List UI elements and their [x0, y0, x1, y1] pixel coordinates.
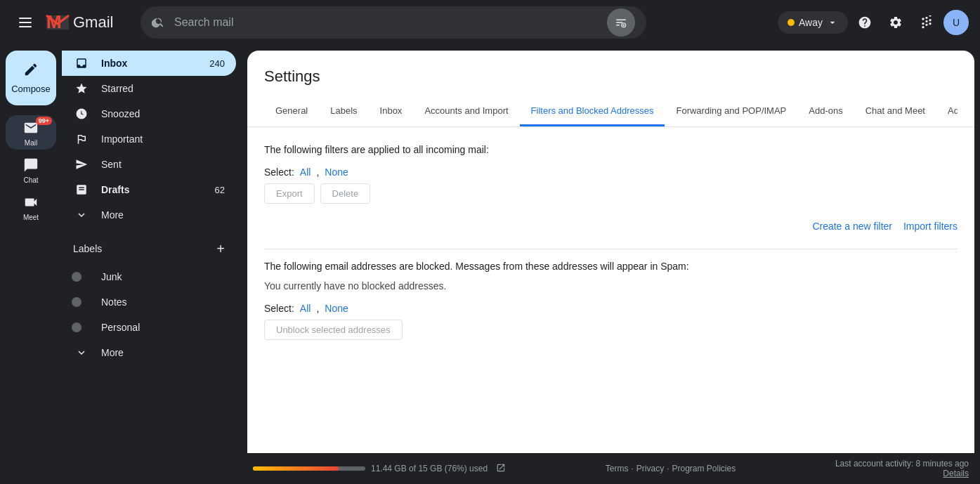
filters-select-row: Select: All , None	[264, 166, 958, 178]
nav-label-junk[interactable]: Junk	[62, 264, 236, 289]
avatar[interactable]: U	[943, 10, 969, 35]
dot2: ·	[667, 464, 669, 473]
starred-icon	[73, 80, 90, 97]
sidebar-item-meet[interactable]: Meet	[6, 190, 56, 224]
snoozed-label: Snoozed	[101, 108, 225, 119]
sidebar: Compose 99+ Mail Chat Meet	[0, 45, 62, 484]
mail-badge: 99+	[36, 117, 52, 125]
settings-tabs: General Labels Inbox Accounts and Import…	[264, 97, 958, 126]
status-pill[interactable]: Away	[778, 11, 848, 34]
nav-labels-more[interactable]: More	[62, 340, 236, 365]
dot1: ·	[631, 464, 633, 473]
terms-link[interactable]: Terms	[606, 464, 629, 473]
apps-button[interactable]	[913, 8, 941, 37]
nav-more[interactable]: More	[62, 202, 236, 228]
topbar-right: Away U	[778, 8, 969, 37]
tab-advanced[interactable]: Advanced	[936, 97, 958, 126]
export-button[interactable]: Export	[264, 183, 315, 204]
sent-label: Sent	[101, 159, 225, 170]
nav-label-personal[interactable]: Personal	[62, 315, 236, 340]
footer-activity: Last account activity: 8 minutes ago Det…	[835, 459, 969, 478]
nav-starred[interactable]: Starred	[62, 76, 236, 101]
nav-drafts[interactable]: Drafts 62	[62, 177, 236, 202]
sidebar-item-chat[interactable]: Chat	[6, 152, 56, 187]
search-input[interactable]	[174, 16, 599, 29]
settings-title: Settings	[264, 67, 958, 86]
compose-label: Compose	[11, 84, 51, 94]
settings-button[interactable]	[882, 8, 910, 37]
settings-body: The following filters are applied to all…	[247, 127, 974, 453]
status-label: Away	[799, 17, 823, 28]
details-link[interactable]: Details	[943, 469, 969, 478]
app-name: Gmail	[73, 13, 113, 32]
labels-section-header: Labels +	[62, 233, 242, 264]
tab-inbox[interactable]: Inbox	[369, 97, 414, 126]
hamburger-button[interactable]	[11, 8, 39, 37]
filters-select-sep: ,	[316, 166, 319, 178]
nav-important[interactable]: Important	[62, 126, 236, 152]
delete-button[interactable]: Delete	[320, 183, 371, 204]
settings-header: Settings General Labels Inbox Accounts a…	[247, 51, 974, 127]
storage-bar	[253, 466, 365, 471]
blocked-heading: The following email addresses are blocke…	[264, 261, 958, 272]
help-button[interactable]	[851, 8, 879, 37]
sidebar-item-meet-label: Meet	[23, 214, 39, 221]
more-icon	[73, 207, 90, 223]
personal-label: Personal	[101, 322, 225, 333]
add-label-button[interactable]: +	[211, 239, 230, 259]
inbox-label: Inbox	[101, 58, 209, 69]
activity-text: Last account activity: 8 minutes ago	[835, 459, 969, 469]
sidebar-item-mail[interactable]: 99+ Mail	[6, 115, 56, 150]
filter-links: Create a new filter Import filters	[264, 221, 958, 232]
search-bar[interactable]	[141, 6, 646, 39]
filters-select-label: Select:	[264, 166, 294, 178]
main-layout: Compose 99+ Mail Chat Meet	[0, 45, 980, 484]
tab-general[interactable]: General	[264, 97, 319, 126]
no-blocked-msg: You currently have no blocked addresses.	[264, 280, 958, 292]
important-icon	[73, 131, 90, 148]
storage-external-icon[interactable]	[496, 463, 506, 475]
filters-select-all[interactable]: All	[300, 166, 311, 178]
compose-button[interactable]: Compose	[6, 51, 56, 105]
blocked-select-all[interactable]: All	[300, 303, 311, 314]
create-filter-link[interactable]: Create a new filter	[812, 221, 892, 232]
storage-section: 11.44 GB of 15 GB (76%) used	[253, 463, 506, 475]
blocked-select-label: Select:	[264, 303, 294, 314]
snoozed-icon	[73, 105, 90, 122]
blocked-select-none[interactable]: None	[325, 303, 348, 314]
unblock-button[interactable]: Unblock selected addresses	[264, 320, 403, 340]
personal-label-icon	[73, 319, 90, 336]
compose-icon	[23, 62, 39, 79]
junk-label: Junk	[101, 271, 225, 282]
blocked-btn-row: Unblock selected addresses	[264, 320, 958, 340]
filters-btn-row: Export Delete	[264, 183, 958, 204]
footer: 11.44 GB of 15 GB (76%) used Terms · Pri…	[242, 453, 980, 484]
import-filters-link[interactable]: Import filters	[903, 221, 958, 232]
search-options-button[interactable]	[607, 8, 635, 37]
content-area: Settings General Labels Inbox Accounts a…	[242, 45, 980, 484]
blocked-select-sep: ,	[316, 303, 319, 314]
privacy-link[interactable]: Privacy	[636, 464, 664, 473]
labels-more-icon	[73, 344, 90, 361]
nav-snoozed[interactable]: Snoozed	[62, 101, 236, 126]
tab-chat[interactable]: Chat and Meet	[854, 97, 936, 126]
footer-links: Terms · Privacy · Program Policies	[506, 464, 835, 473]
policies-link[interactable]: Program Policies	[672, 464, 736, 473]
blocked-select-row: Select: All , None	[264, 303, 958, 314]
nav-inbox[interactable]: Inbox 240	[62, 51, 236, 76]
drafts-icon	[73, 181, 90, 198]
tab-labels[interactable]: Labels	[319, 97, 368, 126]
drafts-label: Drafts	[101, 184, 215, 195]
filters-select-none[interactable]: None	[325, 166, 348, 178]
drafts-count: 62	[215, 185, 225, 195]
tab-filters[interactable]: Filters and Blocked Addresses	[520, 97, 665, 126]
storage-text: 11.44 GB of 15 GB (76%) used	[371, 464, 488, 473]
tab-forwarding[interactable]: Forwarding and POP/IMAP	[665, 97, 797, 126]
search-icon	[152, 15, 166, 30]
tab-accounts[interactable]: Accounts and Import	[413, 97, 519, 126]
tab-addons[interactable]: Add-ons	[797, 97, 854, 126]
starred-label: Starred	[101, 83, 225, 94]
meet-icon	[23, 192, 39, 212]
nav-label-notes[interactable]: Notes	[62, 289, 236, 315]
nav-sent[interactable]: Sent	[62, 152, 236, 177]
